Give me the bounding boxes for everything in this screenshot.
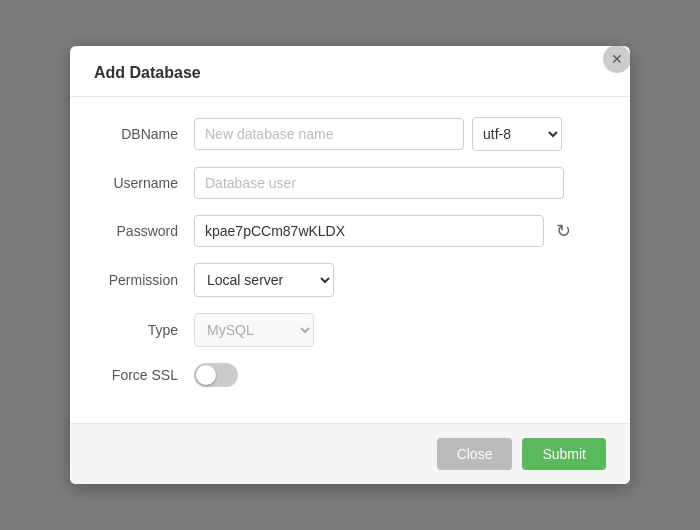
type-row: Type MySQL PostgreSQL xyxy=(94,313,606,347)
dbname-label: DBName xyxy=(94,126,194,142)
ssl-label: Force SSL xyxy=(94,367,194,383)
password-field-group: ↻ xyxy=(194,215,575,247)
password-label: Password xyxy=(94,223,194,239)
refresh-password-button[interactable]: ↻ xyxy=(552,216,575,246)
modal-header: Add Database xyxy=(70,46,630,97)
close-icon: ✕ xyxy=(611,51,623,67)
ssl-row: Force SSL xyxy=(94,363,606,387)
close-button[interactable]: Close xyxy=(437,438,513,470)
submit-button[interactable]: Submit xyxy=(522,438,606,470)
username-row: Username xyxy=(94,167,606,199)
toggle-track xyxy=(194,363,238,387)
modal-footer: Close Submit xyxy=(70,423,630,484)
modal-title: Add Database xyxy=(94,64,201,81)
username-input[interactable] xyxy=(194,167,564,199)
refresh-icon: ↻ xyxy=(556,221,571,241)
toggle-thumb xyxy=(196,365,216,385)
permission-row: Permission Local server All hosts Custom xyxy=(94,263,606,297)
password-input[interactable] xyxy=(194,215,544,247)
type-select[interactable]: MySQL PostgreSQL xyxy=(194,313,314,347)
permission-select[interactable]: Local server All hosts Custom xyxy=(194,263,334,297)
username-label: Username xyxy=(94,175,194,191)
add-database-modal: ✕ Add Database DBName utf-8 latin1 utf8m… xyxy=(70,46,630,484)
permission-label: Permission xyxy=(94,272,194,288)
type-label: Type xyxy=(94,322,194,338)
dbname-input[interactable] xyxy=(194,118,464,150)
dbname-row: DBName utf-8 latin1 utf8mb4 xyxy=(94,117,606,151)
ssl-toggle[interactable] xyxy=(194,363,238,387)
password-row: Password ↻ xyxy=(94,215,606,247)
modal-backdrop: ✕ Add Database DBName utf-8 latin1 utf8m… xyxy=(0,0,700,530)
modal-close-icon-button[interactable]: ✕ xyxy=(603,46,630,73)
modal-body: DBName utf-8 latin1 utf8mb4 Username Pas… xyxy=(70,97,630,423)
charset-select[interactable]: utf-8 latin1 utf8mb4 xyxy=(472,117,562,151)
